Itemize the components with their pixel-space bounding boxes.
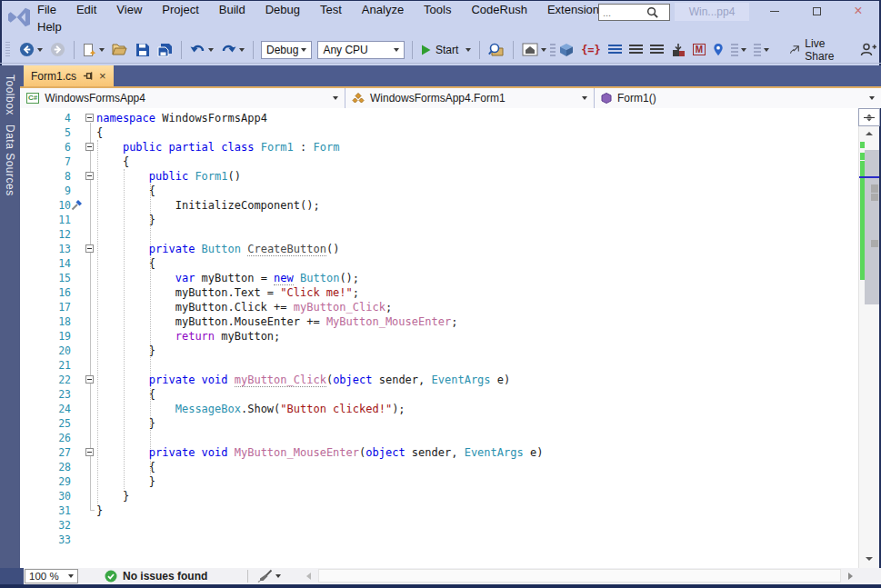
code-line[interactable]: 13 private Button CreateButton()	[20, 242, 858, 256]
code-line[interactable]: 18 myButton.MouseEnter += MyButton_Mouse…	[20, 314, 858, 329]
line-number[interactable]: 24	[20, 402, 71, 416]
menu-item-help[interactable]: Help	[27, 20, 72, 34]
code-line[interactable]: 32	[20, 518, 858, 533]
line-number[interactable]: 12	[20, 227, 71, 242]
zoom-select[interactable]: 100 %	[25, 569, 78, 583]
maximize-button[interactable]	[802, 2, 831, 20]
menu-item-edit[interactable]: Edit	[66, 3, 106, 16]
code-line[interactable]: 14 {	[20, 256, 858, 271]
code-line[interactable]: 23 {	[20, 387, 858, 402]
undo-button[interactable]	[187, 41, 216, 58]
toolbar-grip[interactable]	[5, 42, 10, 58]
line-number[interactable]: 8	[20, 169, 71, 184]
home-view-button[interactable]	[519, 41, 549, 58]
code-line[interactable]: 29 }	[20, 474, 858, 489]
line-number[interactable]: 13	[20, 242, 71, 256]
line-number[interactable]: 21	[20, 358, 71, 373]
line-number[interactable]: 17	[20, 300, 71, 314]
line-number[interactable]: 5	[20, 125, 71, 140]
fold-collapse-button[interactable]	[85, 244, 94, 253]
code-line[interactable]: 5{	[20, 125, 858, 140]
menu-item-project[interactable]: Project	[152, 3, 208, 16]
new-file-button[interactable]	[79, 41, 107, 59]
fold-collapse-button[interactable]	[85, 375, 94, 384]
tab-close-icon[interactable]: ×	[99, 70, 106, 82]
column-options-button[interactable]	[728, 42, 749, 58]
code-definition-button[interactable]: {=}	[578, 42, 604, 58]
menu-item-view[interactable]: View	[106, 3, 152, 16]
code-line[interactable]: 9 {	[20, 184, 858, 198]
document-tab-form1[interactable]: Form1.cs ×	[24, 65, 114, 86]
line-number[interactable]: 27	[20, 445, 71, 460]
start-debug-button[interactable]: Start	[417, 42, 475, 58]
line-number[interactable]: 22	[20, 373, 71, 387]
find-in-files-button[interactable]	[486, 41, 507, 58]
line-number[interactable]: 30	[20, 489, 71, 503]
menu-item-tools[interactable]: Tools	[414, 3, 461, 16]
horizontal-scrollbar-track[interactable]	[318, 569, 841, 583]
code-line[interactable]: 24 MessageBox.Show("Button clicked!");	[20, 402, 858, 416]
menu-item-build[interactable]: Build	[209, 3, 255, 16]
line-number[interactable]: 29	[20, 474, 71, 489]
line-number[interactable]: 25	[20, 416, 71, 431]
issues-status[interactable]: No issues found	[105, 568, 207, 584]
navigate-forward-button[interactable]	[47, 40, 68, 59]
code-line[interactable]: 7 {	[20, 154, 858, 169]
code-line[interactable]: 22 private void myButton_Click(object se…	[20, 373, 858, 387]
line-number[interactable]: 23	[20, 387, 71, 402]
line-number[interactable]: 33	[20, 533, 71, 547]
code-line[interactable]: 27 private void MyButton_MouseEnter(obje…	[20, 445, 858, 460]
type-select[interactable]: WindowsFormsApp4.Form1	[345, 88, 595, 108]
code-line[interactable]: 8 public Form1()	[20, 169, 858, 184]
line-number[interactable]: 16	[20, 285, 71, 300]
menu-item-debug[interactable]: Debug	[255, 3, 310, 16]
code-line[interactable]: 12	[20, 227, 858, 242]
fold-collapse-button[interactable]	[85, 172, 94, 180]
line-number[interactable]: 32	[20, 518, 71, 533]
close-button[interactable]: ×	[844, 2, 873, 20]
platform-select[interactable]: Any CPU	[317, 41, 405, 59]
send-feedback-button[interactable]	[857, 41, 880, 58]
code-editor[interactable]: 4namespace WindowsFormsApp45{6 public pa…	[20, 108, 858, 568]
code-line[interactable]: 10 InitializeComponent();	[20, 198, 858, 213]
sidebar-tab-toolbox[interactable]: Toolbox	[4, 75, 16, 115]
line-number[interactable]: 18	[20, 314, 71, 329]
scroll-up-button[interactable]	[866, 132, 873, 135]
menu-item-test[interactable]: Test	[310, 3, 352, 16]
pin-icon[interactable]	[83, 71, 93, 81]
line-number[interactable]: 15	[20, 271, 71, 285]
column-options-button-2[interactable]	[751, 42, 772, 58]
map-pin-button[interactable]	[710, 41, 726, 58]
list-members-button[interactable]	[606, 43, 625, 56]
word-wrap-button[interactable]	[626, 43, 646, 56]
line-number[interactable]: 26	[20, 431, 71, 445]
quick-action-screwdriver-icon[interactable]	[71, 199, 83, 211]
code-line[interactable]: 19 return myButton;	[20, 329, 858, 344]
line-number[interactable]: 4	[20, 111, 71, 125]
code-line[interactable]: 26	[20, 431, 858, 445]
save-all-button[interactable]	[155, 41, 175, 59]
code-line[interactable]: 16 myButton.Text = "Click me!";	[20, 285, 858, 300]
member-select[interactable]: Form1()	[595, 88, 881, 108]
navigate-back-button[interactable]	[16, 40, 45, 59]
redo-button[interactable]	[218, 41, 247, 58]
hscroll-left-button[interactable]	[306, 573, 311, 580]
save-button[interactable]	[133, 41, 153, 59]
line-number[interactable]: 11	[20, 213, 71, 227]
markdown-button[interactable]: M	[690, 42, 708, 57]
live-share-button[interactable]: Live Share	[789, 37, 845, 63]
code-line[interactable]: 21	[20, 358, 858, 373]
fold-collapse-button[interactable]	[85, 114, 94, 122]
fold-collapse-button[interactable]	[85, 143, 94, 151]
menu-item-analyze[interactable]: Analyze	[352, 3, 414, 16]
code-line[interactable]: 15 var myButton = new Button();	[20, 271, 858, 285]
line-number[interactable]: 31	[20, 503, 71, 518]
scroll-down-button[interactable]	[866, 557, 873, 561]
import-button[interactable]	[668, 41, 688, 59]
editor-split-handle[interactable]	[858, 108, 880, 126]
minimize-button[interactable]	[760, 2, 789, 20]
line-number[interactable]: 28	[20, 460, 71, 474]
line-number[interactable]: 9	[20, 184, 71, 198]
line-number[interactable]: 10	[20, 198, 71, 213]
menu-item-file[interactable]: File	[27, 3, 66, 16]
